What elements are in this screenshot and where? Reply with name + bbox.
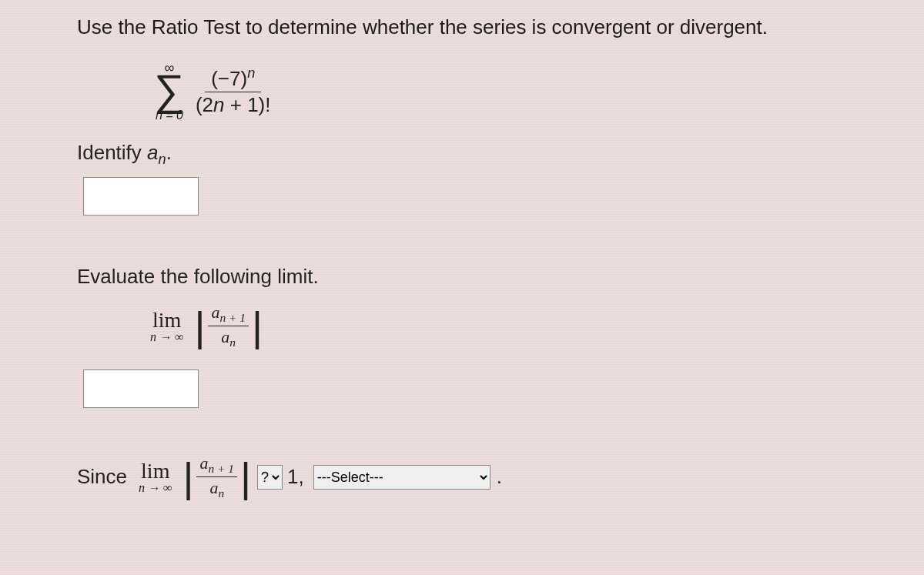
identify-var-sub: n [159,152,166,167]
identify-prefix: Identify [77,141,147,164]
ratio-denominator: an [218,326,239,349]
sigma-block: ∞ ∑ n = 0 [154,61,185,122]
ratio-fraction: an + 1 an [208,303,248,350]
since-line: Since lim n → ∞ | an + 1 an | ? 1, ---Se… [77,453,893,501]
since-ratio-fraction: an + 1 an [196,453,236,501]
numerator-base: (−7) [211,67,247,90]
since-lim-block: lim n → ∞ [139,460,172,494]
sigma-lower: n = 0 [156,109,183,122]
abs-bar-left: | [191,306,208,347]
sigma-symbol: ∑ [154,73,185,108]
identify-suffix: . [166,141,172,164]
abs-bar-right: | [249,306,266,347]
ratio-numerator: an + 1 [208,303,248,326]
series-numerator: (−7)n [205,65,261,92]
conclusion-select[interactable]: ---Select--- [313,465,490,490]
lim-text: lim [152,309,181,331]
limit-input[interactable] [83,369,199,408]
since-abs-right: | [237,456,254,498]
since-lim-text: lim [141,460,169,482]
identify-input[interactable] [83,177,199,216]
identify-var: a [147,141,158,164]
period: . [497,465,502,489]
question-text: Use the Ratio Test to determine whether … [77,15,893,39]
lim-block: lim n → ∞ [150,309,183,343]
limit-expression: lim n → ∞ | an + 1 an | [150,303,266,350]
numerator-exponent: n [247,65,255,81]
since-abs-left: | [179,456,196,498]
compare-select[interactable]: ? [257,465,283,490]
since-ratio-num: an + 1 [196,453,236,477]
series-denominator: (2n + 1)! [189,92,277,117]
lim-sub: n → ∞ [150,331,183,343]
evaluate-label: Evaluate the following limit. [77,265,893,289]
since-ratio-den: an [206,477,227,500]
one-comma: 1, [287,465,304,489]
series-fraction: (−7)n (2n + 1)! [189,65,277,117]
identify-label: Identify an. [77,141,893,168]
since-word: Since [77,465,127,489]
series-expression: ∞ ∑ n = 0 (−7)n (2n + 1)! [154,61,277,122]
since-lim-sub: n → ∞ [139,482,172,494]
